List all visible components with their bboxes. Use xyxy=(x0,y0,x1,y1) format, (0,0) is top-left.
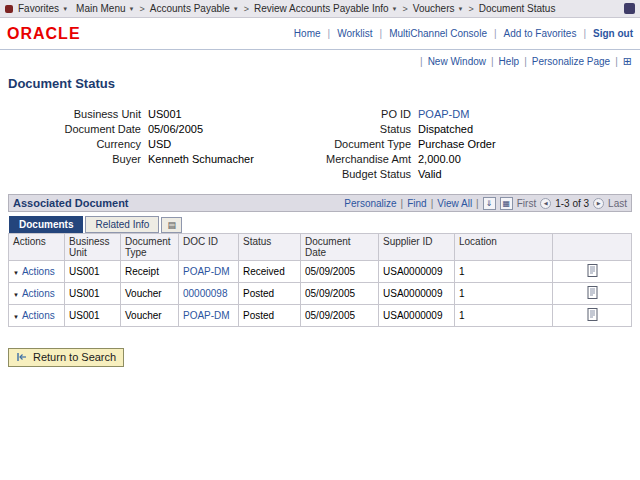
field-document-type: Document Type Purchase Order xyxy=(303,138,496,150)
return-to-search-label: Return to Search xyxy=(33,351,116,363)
field-buyer: Buyer Kenneth Schumacher xyxy=(8,153,303,165)
tab-documents[interactable]: Documents xyxy=(9,216,83,233)
previous-row-icon[interactable]: ◀ xyxy=(540,198,551,209)
breadcrumb-bar: Favorites ▼ Main Menu ▼ > Accounts Payab… xyxy=(0,0,640,18)
breadcrumb-favorites[interactable]: Favorites ▼ xyxy=(18,3,68,14)
field-label: Document Date xyxy=(8,123,148,135)
cell-document-type: Voucher xyxy=(121,305,179,327)
field-business-unit: Business Unit US001 xyxy=(8,108,303,120)
page-title: Document Status xyxy=(8,76,632,91)
actions-link[interactable]: Actions xyxy=(22,310,55,321)
cell-document-type: Voucher xyxy=(121,283,179,305)
field-budget-status: Budget Status Valid xyxy=(303,168,496,180)
view-document-icon[interactable] xyxy=(587,264,598,279)
col-status: Status xyxy=(239,234,301,261)
breadcrumb-vouchers-label: Vouchers xyxy=(413,3,455,14)
favorites-icon[interactable] xyxy=(5,5,13,13)
document-summary: Business Unit US001 Document Date 05/06/… xyxy=(8,108,632,180)
breadcrumb-document-status-label: Document Status xyxy=(479,3,556,14)
show-all-columns-tab[interactable]: ▤ xyxy=(161,217,182,233)
table-row: ▼Actions US001 Receipt POAP-DM Received … xyxy=(9,261,632,283)
field-label: Buyer xyxy=(8,153,148,165)
actions-link[interactable]: Actions xyxy=(22,288,55,299)
table-row: ▼Actions US001 Voucher 00000098 Posted 0… xyxy=(9,283,632,305)
actions-dropdown[interactable]: ▼Actions xyxy=(13,288,55,299)
breadcrumb-main-menu-label: Main Menu xyxy=(76,3,125,14)
chevron-down-icon: ▼ xyxy=(62,6,68,12)
actions-link[interactable]: Actions xyxy=(22,266,55,277)
doc-id-link[interactable]: 00000098 xyxy=(183,288,228,299)
breadcrumb-review-ap-info[interactable]: Review Accounts Payable Info ▼ xyxy=(254,3,397,14)
field-value: US001 xyxy=(148,108,182,120)
app-header: ORACLE Home | Worklist | MultiChannel Co… xyxy=(0,18,640,50)
nav-multichannel-console[interactable]: MultiChannel Console xyxy=(389,28,487,39)
col-doc-id: DOC ID xyxy=(179,234,239,261)
field-label: Merchandise Amt xyxy=(303,153,418,165)
separator: | xyxy=(494,28,497,39)
breadcrumb-favorites-label: Favorites xyxy=(18,3,59,14)
table-header-row: Actions Business Unit Document Type DOC … xyxy=(9,234,632,261)
field-value: 2,000.00 xyxy=(418,153,461,165)
grid-view-icon[interactable]: ▦ xyxy=(500,197,513,210)
download-grid-icon[interactable]: ⇓ xyxy=(483,197,496,210)
separator: | xyxy=(491,56,494,67)
help-link[interactable]: Help xyxy=(499,56,520,67)
tab-related-info[interactable]: Related Info xyxy=(85,216,159,233)
separator: | xyxy=(476,198,479,209)
cell-document-type: Receipt xyxy=(121,261,179,283)
view-document-icon[interactable] xyxy=(587,308,598,323)
breadcrumb-accounts-payable[interactable]: Accounts Payable ▼ xyxy=(150,3,239,14)
grid-title: Associated Document xyxy=(13,197,129,209)
col-document-date: Document Date xyxy=(301,234,379,261)
field-value: Kenneth Schumacher xyxy=(148,153,254,165)
navbar-icon[interactable] xyxy=(624,3,635,14)
field-document-date: Document Date 05/06/2005 xyxy=(8,123,303,135)
field-label: Currency xyxy=(8,138,148,150)
breadcrumb-vouchers[interactable]: Vouchers ▼ xyxy=(413,3,464,14)
field-value: Purchase Order xyxy=(418,138,496,150)
view-document-icon[interactable] xyxy=(587,286,598,301)
separator: | xyxy=(524,56,527,67)
col-business-unit: Business Unit xyxy=(65,234,121,261)
cell-status: Posted xyxy=(239,283,301,305)
field-label: Budget Status xyxy=(303,168,418,180)
next-row-icon[interactable]: ▶ xyxy=(593,198,604,209)
actions-dropdown[interactable]: ▼Actions xyxy=(13,310,55,321)
separator: | xyxy=(380,28,383,39)
personalize-link[interactable]: Personalize xyxy=(344,198,396,209)
header-links: Home | Worklist | MultiChannel Console |… xyxy=(294,28,633,39)
view-all-link[interactable]: View All xyxy=(437,198,472,209)
return-to-search-icon xyxy=(16,351,28,363)
col-location: Location xyxy=(455,234,553,261)
cell-location: 1 xyxy=(455,305,553,327)
breadcrumb-main-menu[interactable]: Main Menu ▼ xyxy=(76,3,134,14)
new-window-link[interactable]: New Window xyxy=(428,56,486,67)
field-label: Document Type xyxy=(303,138,418,150)
summary-right-column: PO ID POAP-DM Status Dispatched Document… xyxy=(303,108,496,180)
nav-add-to-favorites[interactable]: Add to Favorites xyxy=(504,28,577,39)
nav-home[interactable]: Home xyxy=(294,28,321,39)
cell-document-date: 05/09/2005 xyxy=(301,305,379,327)
field-merchandise-amt: Merchandise Amt 2,000.00 xyxy=(303,153,496,165)
po-id-link[interactable]: POAP-DM xyxy=(418,108,469,120)
breadcrumb-separator: > xyxy=(403,4,408,14)
separator: | xyxy=(420,56,423,67)
doc-id-link[interactable]: POAP-DM xyxy=(183,310,230,321)
page-url-icon[interactable]: ⊞ xyxy=(623,56,632,67)
doc-id-link[interactable]: POAP-DM xyxy=(183,266,230,277)
cell-location: 1 xyxy=(455,261,553,283)
field-status: Status Dispatched xyxy=(303,123,496,135)
last-link[interactable]: Last xyxy=(608,198,627,209)
return-to-search-button[interactable]: Return to Search xyxy=(8,348,124,367)
personalize-page-link[interactable]: Personalize Page xyxy=(532,56,610,67)
cell-document-date: 05/09/2005 xyxy=(301,261,379,283)
actions-dropdown[interactable]: ▼Actions xyxy=(13,266,55,277)
breadcrumb-separator: > xyxy=(468,4,473,14)
nav-sign-out[interactable]: Sign out xyxy=(593,28,633,39)
cell-document-date: 05/09/2005 xyxy=(301,283,379,305)
nav-worklist[interactable]: Worklist xyxy=(337,28,372,39)
separator: | xyxy=(328,28,331,39)
find-link[interactable]: Find xyxy=(407,198,426,209)
chevron-down-icon: ▼ xyxy=(13,314,19,320)
first-link[interactable]: First xyxy=(517,198,536,209)
